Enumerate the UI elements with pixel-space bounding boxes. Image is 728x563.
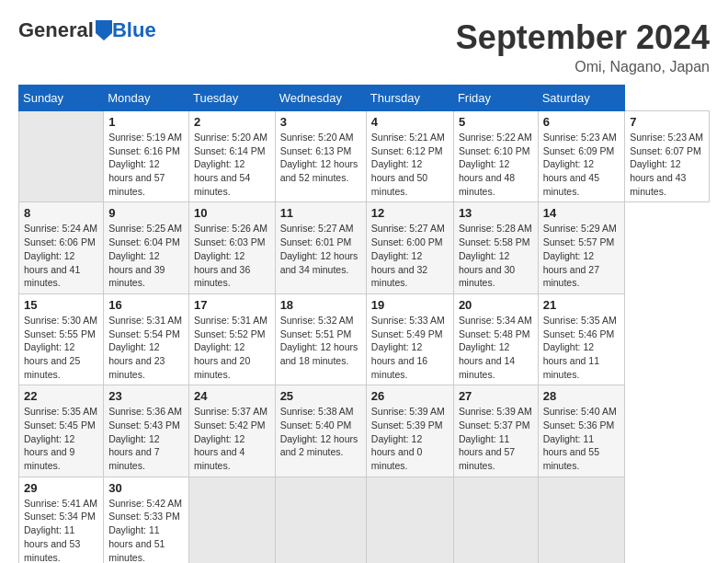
day-number: 24 — [194, 389, 270, 403]
logo-general-text: General — [18, 18, 94, 42]
calendar-cell: 12Sunrise: 5:27 AM Sunset: 6:00 PM Dayli… — [366, 202, 453, 293]
calendar-cell: 22Sunrise: 5:35 AM Sunset: 5:45 PM Dayli… — [19, 385, 104, 477]
day-number: 22 — [24, 389, 98, 403]
day-info: Sunrise: 5:31 AM Sunset: 5:54 PM Dayligh… — [108, 314, 184, 381]
day-number: 8 — [24, 206, 98, 220]
day-info: Sunrise: 5:22 AM Sunset: 6:10 PM Dayligh… — [459, 131, 533, 198]
day-info: Sunrise: 5:21 AM Sunset: 6:12 PM Dayligh… — [371, 131, 449, 198]
calendar-cell: 20Sunrise: 5:34 AM Sunset: 5:48 PM Dayli… — [453, 293, 538, 385]
calendar-cell: 19Sunrise: 5:33 AM Sunset: 5:49 PM Dayli… — [366, 293, 453, 385]
week-row-1: 1Sunrise: 5:19 AM Sunset: 6:16 PM Daylig… — [19, 111, 710, 202]
day-number: 16 — [108, 298, 184, 312]
day-number: 17 — [194, 298, 270, 312]
day-info: Sunrise: 5:27 AM Sunset: 6:00 PM Dayligh… — [371, 222, 449, 289]
day-info: Sunrise: 5:39 AM Sunset: 5:37 PM Dayligh… — [459, 405, 533, 472]
logo-blue-text: Blue — [112, 18, 156, 42]
calendar-cell: 13Sunrise: 5:28 AM Sunset: 5:58 PM Dayli… — [453, 202, 538, 293]
day-number: 20 — [459, 298, 533, 312]
calendar-cell: 9Sunrise: 5:25 AM Sunset: 6:04 PM Daylig… — [104, 202, 189, 293]
calendar-cell: 6Sunrise: 5:23 AM Sunset: 6:09 PM Daylig… — [538, 111, 624, 202]
day-info: Sunrise: 5:27 AM Sunset: 6:01 PM Dayligh… — [280, 222, 361, 276]
day-info: Sunrise: 5:42 AM Sunset: 5:33 PM Dayligh… — [108, 497, 184, 563]
weekday-saturday: Saturday — [538, 86, 624, 111]
calendar-cell: 25Sunrise: 5:38 AM Sunset: 5:40 PM Dayli… — [275, 385, 366, 477]
day-number: 21 — [543, 298, 620, 312]
day-number: 7 — [630, 115, 704, 129]
day-number: 12 — [371, 206, 449, 220]
day-info: Sunrise: 5:29 AM Sunset: 5:57 PM Dayligh… — [543, 222, 620, 289]
calendar-cell — [275, 477, 366, 563]
day-info: Sunrise: 5:19 AM Sunset: 6:16 PM Dayligh… — [108, 131, 184, 198]
day-number: 30 — [108, 481, 184, 495]
calendar-table: SundayMondayTuesdayWednesdayThursdayFrid… — [18, 85, 710, 563]
calendar-cell: 27Sunrise: 5:39 AM Sunset: 5:37 PM Dayli… — [453, 385, 538, 477]
day-number: 5 — [459, 115, 533, 129]
calendar-cell: 8Sunrise: 5:24 AM Sunset: 6:06 PM Daylig… — [19, 202, 104, 293]
day-number: 6 — [543, 115, 620, 129]
calendar-cell — [453, 477, 538, 563]
day-number: 28 — [543, 389, 620, 403]
day-number: 29 — [24, 481, 98, 495]
calendar-cell: 5Sunrise: 5:22 AM Sunset: 6:10 PM Daylig… — [453, 111, 538, 202]
day-info: Sunrise: 5:36 AM Sunset: 5:43 PM Dayligh… — [108, 405, 184, 472]
weekday-thursday: Thursday — [366, 86, 453, 111]
calendar-cell: 29Sunrise: 5:41 AM Sunset: 5:34 PM Dayli… — [19, 477, 104, 563]
weekday-wednesday: Wednesday — [275, 86, 366, 111]
weekday-tuesday: Tuesday — [188, 86, 275, 111]
logo-icon — [96, 20, 112, 40]
day-number: 10 — [194, 206, 270, 220]
calendar-cell: 21Sunrise: 5:35 AM Sunset: 5:46 PM Dayli… — [538, 293, 624, 385]
day-info: Sunrise: 5:25 AM Sunset: 6:04 PM Dayligh… — [108, 222, 184, 289]
calendar-cell: 15Sunrise: 5:30 AM Sunset: 5:55 PM Dayli… — [19, 293, 104, 385]
day-info: Sunrise: 5:26 AM Sunset: 6:03 PM Dayligh… — [194, 222, 270, 289]
calendar-cell — [19, 111, 104, 202]
day-number: 15 — [24, 298, 98, 312]
calendar-cell — [366, 477, 453, 563]
day-info: Sunrise: 5:23 AM Sunset: 6:09 PM Dayligh… — [543, 131, 620, 198]
day-number: 3 — [280, 115, 361, 129]
calendar-cell: 17Sunrise: 5:31 AM Sunset: 5:52 PM Dayli… — [188, 293, 275, 385]
day-number: 11 — [280, 206, 361, 220]
day-info: Sunrise: 5:34 AM Sunset: 5:48 PM Dayligh… — [459, 314, 533, 381]
day-info: Sunrise: 5:38 AM Sunset: 5:40 PM Dayligh… — [280, 405, 361, 459]
day-info: Sunrise: 5:37 AM Sunset: 5:42 PM Dayligh… — [194, 405, 270, 472]
week-row-4: 22Sunrise: 5:35 AM Sunset: 5:45 PM Dayli… — [19, 385, 710, 477]
month-title: September 2024 — [456, 18, 710, 57]
day-number: 23 — [108, 389, 184, 403]
day-number: 25 — [280, 389, 361, 403]
week-row-2: 8Sunrise: 5:24 AM Sunset: 6:06 PM Daylig… — [19, 202, 710, 293]
day-info: Sunrise: 5:23 AM Sunset: 6:07 PM Dayligh… — [630, 131, 704, 198]
header: General Blue September 2024 Omi, Nagano,… — [18, 18, 710, 75]
day-info: Sunrise: 5:28 AM Sunset: 5:58 PM Dayligh… — [459, 222, 533, 289]
title-area: September 2024 Omi, Nagano, Japan — [456, 18, 710, 75]
day-info: Sunrise: 5:40 AM Sunset: 5:36 PM Dayligh… — [543, 405, 620, 472]
weekday-friday: Friday — [453, 86, 538, 111]
day-number: 18 — [280, 298, 361, 312]
day-number: 4 — [371, 115, 449, 129]
week-row-3: 15Sunrise: 5:30 AM Sunset: 5:55 PM Dayli… — [19, 293, 710, 385]
calendar-cell — [188, 477, 275, 563]
calendar-cell: 23Sunrise: 5:36 AM Sunset: 5:43 PM Dayli… — [104, 385, 189, 477]
calendar-cell: 30Sunrise: 5:42 AM Sunset: 5:33 PM Dayli… — [104, 477, 189, 563]
calendar-cell: 14Sunrise: 5:29 AM Sunset: 5:57 PM Dayli… — [538, 202, 624, 293]
day-info: Sunrise: 5:35 AM Sunset: 5:45 PM Dayligh… — [24, 405, 98, 472]
svg-marker-0 — [96, 20, 112, 40]
weekday-sunday: Sunday — [19, 86, 104, 111]
day-number: 13 — [459, 206, 533, 220]
day-number: 26 — [371, 389, 449, 403]
day-number: 14 — [543, 206, 620, 220]
day-info: Sunrise: 5:30 AM Sunset: 5:55 PM Dayligh… — [24, 314, 98, 381]
day-info: Sunrise: 5:39 AM Sunset: 5:39 PM Dayligh… — [371, 405, 449, 472]
calendar-cell: 4Sunrise: 5:21 AM Sunset: 6:12 PM Daylig… — [366, 111, 453, 202]
calendar-cell: 3Sunrise: 5:20 AM Sunset: 6:13 PM Daylig… — [275, 111, 366, 202]
calendar-cell: 24Sunrise: 5:37 AM Sunset: 5:42 PM Dayli… — [188, 385, 275, 477]
calendar-cell: 18Sunrise: 5:32 AM Sunset: 5:51 PM Dayli… — [275, 293, 366, 385]
logo: General Blue — [18, 18, 156, 42]
calendar-cell: 11Sunrise: 5:27 AM Sunset: 6:01 PM Dayli… — [275, 202, 366, 293]
calendar-cell: 1Sunrise: 5:19 AM Sunset: 6:16 PM Daylig… — [104, 111, 189, 202]
weekday-header-row: SundayMondayTuesdayWednesdayThursdayFrid… — [19, 86, 710, 111]
day-info: Sunrise: 5:33 AM Sunset: 5:49 PM Dayligh… — [371, 314, 449, 381]
day-info: Sunrise: 5:31 AM Sunset: 5:52 PM Dayligh… — [194, 314, 270, 381]
weekday-monday: Monday — [104, 86, 189, 111]
day-info: Sunrise: 5:24 AM Sunset: 6:06 PM Dayligh… — [24, 222, 98, 289]
